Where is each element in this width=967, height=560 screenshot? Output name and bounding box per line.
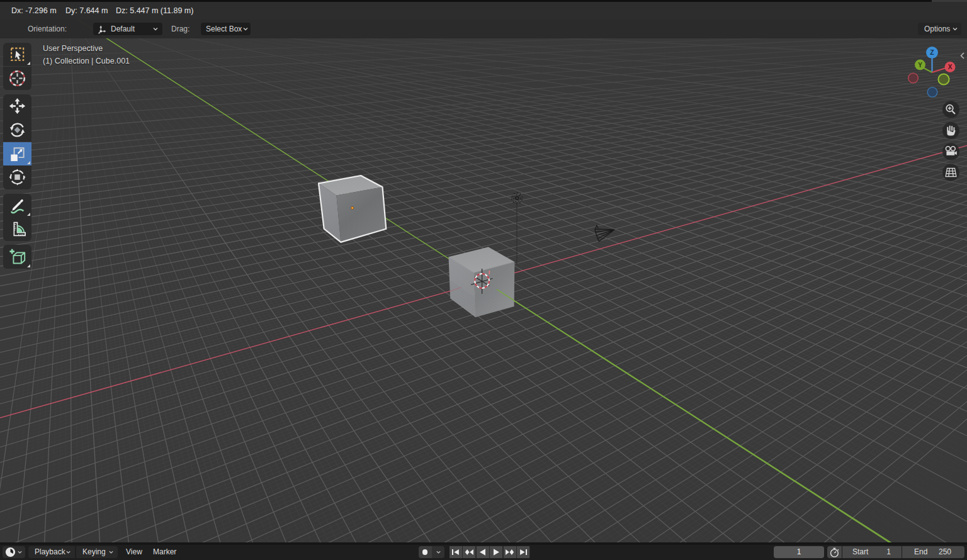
- svg-text:Y: Y: [918, 62, 922, 69]
- svg-text:Z: Z: [930, 48, 934, 56]
- svg-text:X: X: [948, 64, 953, 70]
